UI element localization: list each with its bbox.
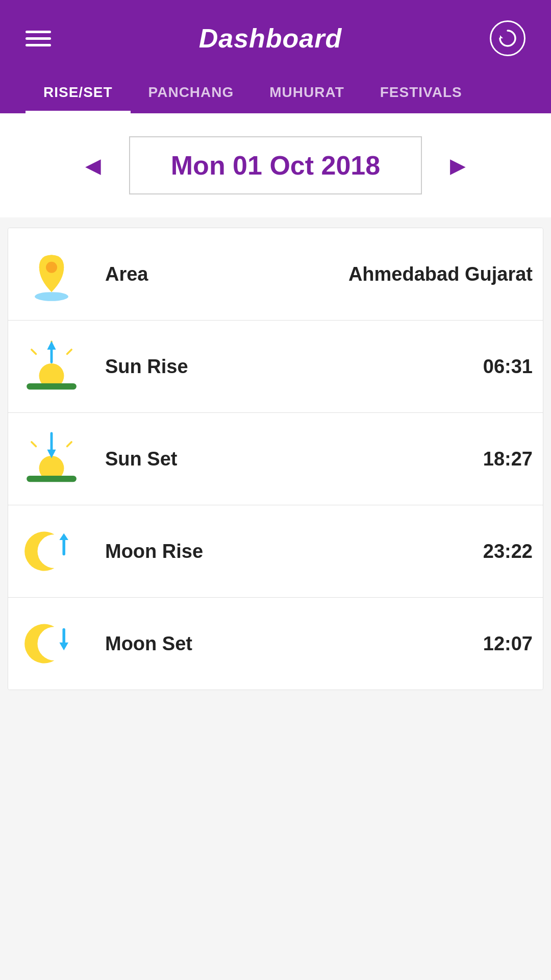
area-value: Ahmedabad Gujarat xyxy=(348,263,533,285)
sun-rise-label: Sun Rise xyxy=(105,356,483,378)
app-title: Dashboard xyxy=(199,23,342,54)
svg-line-8 xyxy=(67,350,72,354)
area-row: Area Ahmedabad Gujarat xyxy=(8,228,543,321)
svg-line-14 xyxy=(32,442,36,447)
sunrise-icon xyxy=(18,338,85,395)
sun-rise-row: Sun Rise 06:31 xyxy=(8,321,543,413)
area-label: Area xyxy=(105,263,348,285)
moon-set-row: Moon Set 12:07 xyxy=(8,598,543,690)
menu-button[interactable] xyxy=(26,31,51,46)
svg-marker-21 xyxy=(59,643,68,650)
svg-point-1 xyxy=(35,292,68,301)
svg-rect-5 xyxy=(27,383,77,389)
tab-panchang[interactable]: PANCHANG xyxy=(131,71,252,113)
svg-line-15 xyxy=(67,442,72,447)
moon-set-value: 12:07 xyxy=(483,633,533,655)
tab-rise-set[interactable]: RISE/SET xyxy=(26,71,131,113)
sun-set-value: 18:27 xyxy=(483,448,533,470)
sun-rise-value: 06:31 xyxy=(483,356,533,378)
svg-marker-19 xyxy=(59,533,68,540)
moon-rise-label: Moon Rise xyxy=(105,541,483,562)
moon-set-label: Moon Set xyxy=(105,633,483,655)
items-list: Area Ahmedabad Gujarat Sun Rise 06:31 xyxy=(8,228,543,690)
app-header: Dashboard RISE/SET PANCHANG MUHURAT FEST… xyxy=(0,0,551,113)
sun-set-row: Sun Set 18:27 xyxy=(8,413,543,505)
current-date: Mon 01 Oct 2018 xyxy=(129,136,422,194)
location-icon xyxy=(18,246,85,302)
svg-line-7 xyxy=(32,350,36,354)
svg-marker-10 xyxy=(47,341,56,350)
moonset-icon xyxy=(18,616,85,672)
sun-set-label: Sun Set xyxy=(105,448,483,470)
sunset-icon xyxy=(18,431,85,487)
next-date-button[interactable]: ▶ xyxy=(442,150,473,181)
svg-marker-0 xyxy=(500,35,503,38)
refresh-button[interactable] xyxy=(490,20,525,56)
moon-rise-value: 23:22 xyxy=(483,541,533,562)
moonrise-icon xyxy=(18,523,85,579)
tab-festivals[interactable]: FESTIVALS xyxy=(362,71,480,113)
tab-muhurat[interactable]: MUHURAT xyxy=(252,71,362,113)
header-top: Dashboard xyxy=(26,20,525,71)
tab-bar: RISE/SET PANCHANG MUHURAT FESTIVALS xyxy=(26,71,525,113)
prev-date-button[interactable]: ◀ xyxy=(78,150,109,181)
svg-rect-12 xyxy=(27,476,77,482)
svg-point-3 xyxy=(46,262,57,273)
moon-rise-row: Moon Rise 23:22 xyxy=(8,505,543,598)
date-navigator: ◀ Mon 01 Oct 2018 ▶ xyxy=(0,113,551,217)
